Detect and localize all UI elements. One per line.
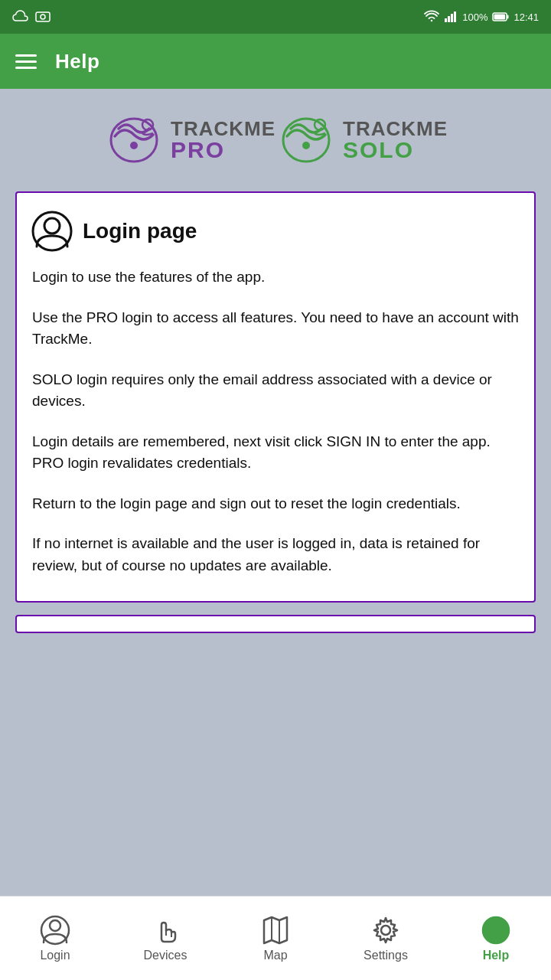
status-bar: 100% 12:41 — [0, 0, 551, 34]
solo-logo-icon — [276, 113, 337, 167]
svg-point-1 — [41, 15, 45, 19]
card-para-4: Login details are remembered, next visit… — [32, 431, 519, 475]
pro-logo-icon — [103, 113, 165, 167]
login-page-icon — [32, 211, 72, 251]
help-nav-icon: ? — [481, 915, 511, 946]
svg-point-15 — [44, 218, 60, 234]
svg-point-12 — [283, 119, 329, 162]
screenshot-icon — [35, 11, 51, 23]
svg-point-24 — [381, 926, 390, 935]
battery-icon — [492, 11, 509, 22]
next-card-partial — [15, 615, 536, 633]
devices-nav-icon — [150, 915, 181, 946]
login-nav-icon — [40, 915, 70, 946]
settings-nav-label: Settings — [364, 949, 408, 962]
card-para-6: If no internet is available and the user… — [32, 533, 519, 577]
svg-marker-21 — [264, 917, 287, 943]
nav-item-devices[interactable]: Devices — [110, 909, 220, 969]
help-nav-label: Help — [483, 949, 510, 962]
devices-nav-label: Devices — [144, 949, 187, 962]
svg-point-9 — [111, 119, 157, 162]
nav-item-map[interactable]: Map — [220, 909, 331, 969]
app-bar-title: Help — [55, 50, 99, 74]
svg-rect-2 — [445, 18, 447, 22]
nav-item-settings[interactable]: Settings — [331, 909, 441, 969]
settings-nav-icon — [370, 915, 401, 946]
cloud-icon — [12, 11, 29, 23]
status-right: 100% 12:41 — [424, 11, 539, 23]
nav-item-login[interactable]: Login — [0, 909, 110, 969]
nav-item-help[interactable]: ? Help — [441, 909, 551, 969]
help-card: Login page Login to use the features of … — [15, 191, 536, 603]
map-nav-label: Map — [263, 949, 287, 962]
map-nav-icon — [260, 915, 291, 946]
signal-icon — [444, 11, 458, 23]
card-para-5: Return to the login page and sign out to… — [32, 493, 519, 515]
card-title: Login page — [83, 219, 197, 243]
menu-button[interactable] — [15, 54, 37, 69]
svg-rect-7 — [494, 15, 506, 20]
card-para-2: Use the PRO login to access all features… — [32, 307, 519, 351]
svg-text:?: ? — [491, 920, 500, 939]
svg-rect-0 — [36, 12, 50, 21]
card-para-1: Login to use the features of the app. — [32, 266, 519, 289]
logo-text-solo: TRACKME SOLO — [343, 119, 448, 162]
bottom-nav: Login Devices Map — [0, 896, 551, 980]
svg-rect-8 — [507, 15, 509, 19]
card-para-3: SOLO login requires only the email addre… — [32, 369, 519, 413]
svg-point-17 — [50, 920, 60, 931]
logo-text-pro: TRACKME PRO — [171, 119, 276, 162]
logo-solo: TRACKME SOLO — [276, 113, 448, 167]
card-header: Login page — [32, 211, 519, 251]
logo-pro: TRACKME PRO — [103, 113, 276, 167]
svg-point-10 — [130, 142, 138, 149]
svg-point-13 — [302, 142, 310, 149]
card-body: Login to use the features of the app. Us… — [32, 266, 519, 577]
main-content: TRACKME PRO TRACKME SOLO — [0, 89, 551, 896]
time-display: 12:41 — [514, 11, 539, 23]
svg-rect-3 — [448, 16, 450, 22]
logo-area: TRACKME PRO TRACKME SOLO — [15, 107, 536, 179]
svg-rect-4 — [451, 14, 453, 22]
battery-text: 100% — [462, 11, 487, 23]
login-nav-label: Login — [40, 949, 70, 962]
app-bar: Help — [0, 34, 551, 89]
status-left — [12, 11, 51, 23]
svg-rect-5 — [454, 11, 456, 22]
wifi-icon — [424, 11, 439, 23]
